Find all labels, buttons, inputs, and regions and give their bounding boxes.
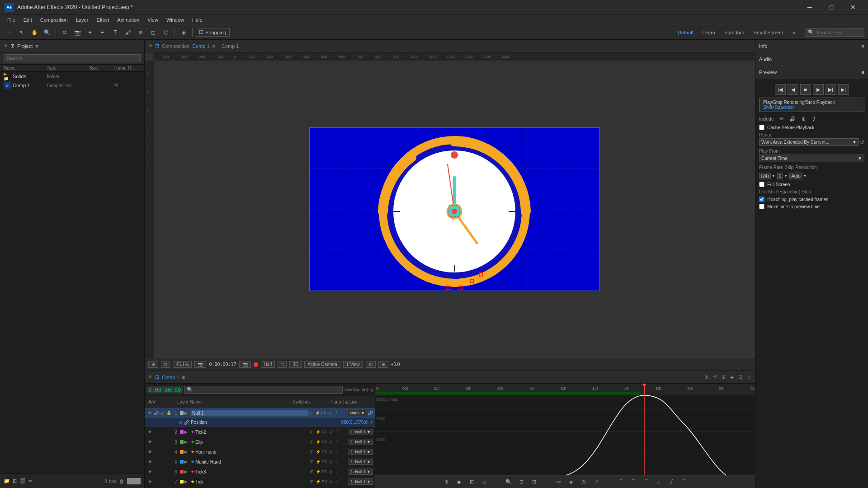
menu-layer[interactable]: Layer [72,16,92,23]
comp-3d-btn[interactable]: 3D [289,361,302,368]
menu-view[interactable]: View [144,16,162,23]
layer-icon-6a[interactable]: ⊞ [309,469,315,475]
tl-btn-select2[interactable]: ◈ [566,477,576,487]
tl-ctrl1[interactable]: ⊕ [704,374,708,380]
layer-icon-7a[interactable]: ⊞ [309,479,315,485]
layer-parent-6[interactable]: 1. Null 1 ▼ [349,469,373,475]
home-button[interactable]: ⌂ [4,27,14,38]
layer-icon-2a[interactable]: ⊞ [309,429,315,435]
layer-name-7[interactable]: Tick [195,479,309,484]
range-reset-icon[interactable]: ↺ [860,139,864,145]
workspace-default[interactable]: Default [674,29,697,36]
layer-icon-7d[interactable]: ◇ [328,479,334,485]
layer-row-7[interactable]: 👁 🔊 ◎ 🔒 7 ▶ ★ Tick ⊞ ⚡ FX ◇ / [145,477,375,487]
workspace-learn[interactable]: Learn [699,29,719,36]
workspace-small-screen[interactable]: Small Screen [750,29,787,36]
layer-solo-2[interactable]: ◎ [159,429,165,435]
col-name[interactable]: Name [4,66,45,70]
project-menu-btn[interactable]: ≡ [35,43,38,49]
audio-header[interactable]: Audio [755,53,868,66]
brush-tool[interactable]: 🖌 [123,27,133,38]
play-from-dropdown[interactable]: Current Time ▼ [759,155,864,162]
new-comp-btn[interactable]: ⊞ [13,478,17,484]
layer-vis-3[interactable]: 👁 [146,439,153,445]
zoom-tool[interactable]: 🔍 [42,27,52,38]
comp-view-btn[interactable]: □ [161,361,170,368]
layer-name-5[interactable]: Munite Hand [195,460,309,465]
layer-icon-2e[interactable]: / [334,429,340,435]
footage-btn[interactable]: 🎬 [19,478,26,484]
layer-kf-toggle-2[interactable]: ▶ [184,430,191,434]
pen-tool[interactable]: ✒ [97,27,108,38]
layer-icon-3d[interactable]: ◇ [328,439,334,445]
layer-kf-toggle-3[interactable]: ▶ [184,440,191,444]
position-value[interactable]: 960.0,1578.0 [341,420,368,425]
comp-draft-btn[interactable]: □ [278,361,287,368]
tl-ctrl4[interactable]: ◈ [730,374,734,380]
comp-viewport[interactable]: 400 300 200 100 0 100 200 300 400 500 60… [145,52,755,358]
comp-render-btn[interactable]: ⊡ [366,361,376,368]
layer-icon-1e[interactable]: / [333,410,340,416]
layer-audio-2[interactable]: 🔊 [153,429,159,435]
tl-btn-grid[interactable]: ⊞ [467,477,476,487]
tl-ctrl5[interactable]: ⊡ [738,374,742,380]
menu-window[interactable]: Window [163,16,188,23]
tl-btn-view[interactable]: ◆ [454,477,464,487]
comp-views-btn[interactable]: 1 View [343,361,363,368]
project-item-solids[interactable]: ▶ 📁 Solids Folder [0,72,144,81]
include-audio-icon[interactable]: 🔊 [788,115,797,123]
layer-lock-1[interactable]: 🔒 [165,410,172,416]
tl-ctrl2[interactable]: ⟲ [713,374,717,380]
clone-tool[interactable]: ⊕ [135,27,146,38]
minimize-button[interactable]: ─ [799,0,820,14]
layer-icon-4e[interactable]: / [334,449,340,455]
layer-icon-4d[interactable]: ◇ [328,449,334,455]
col-size[interactable]: Size [89,66,112,70]
info-header[interactable]: Info ≡ [755,40,868,52]
layer-icon-3e[interactable]: / [334,439,340,445]
layer-icon-5d[interactable]: ◇ [328,459,334,465]
layer-vis-7[interactable]: 👁 [146,479,153,485]
layer-icon-1b[interactable]: ⚡ [314,410,321,416]
layer-kf-toggle-6[interactable]: ▶ [184,469,191,474]
preview-stop[interactable]: ■ [800,84,811,95]
fullscreen-checkbox[interactable] [759,182,764,187]
layer-icon-6e[interactable]: / [334,469,340,475]
tl-ctrl6[interactable]: ◇ [747,374,750,380]
tl-btn-fit2[interactable]: ⊞ [529,477,539,487]
layer-icon-5e[interactable]: / [334,459,340,465]
layer-icon-4c[interactable]: FX [321,449,328,455]
preview-play-forward[interactable]: ▶ [813,84,824,95]
tl-btn-ease-out[interactable]: ⌒ [641,477,651,487]
layer-link-1[interactable]: 🔗 [368,411,373,415]
layer-icon-3c[interactable]: FX [321,439,328,445]
new-folder-btn[interactable]: 📁 [4,478,10,484]
move-time-checkbox[interactable] [759,204,764,209]
layer-vis-4[interactable]: 👁 [146,449,153,455]
tl-menu-btn[interactable]: ≡ [182,375,185,380]
tl-btn-ease-in[interactable]: ⌒ [628,477,638,487]
layer-lock-2[interactable]: 🔒 [165,429,172,435]
layer-icon-7c[interactable]: FX [321,479,328,485]
layer-name-1[interactable]: Null 1 [191,410,308,416]
resolution-dropdown[interactable]: Auto [789,173,802,179]
layer-parent-2[interactable]: 1. Null 1 ▼ [349,429,373,435]
project-close[interactable]: ✕ [4,43,8,49]
search-input[interactable] [816,30,861,35]
layer-vis-2[interactable]: 👁 [146,429,153,435]
tl-btn-linear[interactable]: ╱ [666,477,676,487]
include-overflow-icon[interactable]: ⊕ [799,115,807,123]
tl-btn-auto[interactable]: ⌒ [679,477,689,487]
layer-parent-1[interactable]: None ▼ [348,410,367,416]
layer-icon-6d[interactable]: ◇ [328,469,334,475]
layer-row-5[interactable]: 👁 🔊 ◎ 🔒 5 ▶ ★ Munite Hand ⊞ ⚡ FX ◇ / [145,457,375,467]
text-tool[interactable]: T [110,27,121,38]
layer-icon-1c[interactable]: FX [321,410,327,416]
shape-tool[interactable]: ⬡ [160,27,171,38]
layer-icon-2c[interactable]: FX [321,429,328,435]
menu-animation[interactable]: Animation [113,16,143,23]
layer-vis-5[interactable]: 👁 [146,459,153,465]
layer-vis-6[interactable]: 👁 [146,469,153,475]
col-framerate[interactable]: Frame R... [113,66,141,70]
layer-parent-4[interactable]: 1. Null 1 ▼ [349,449,373,455]
